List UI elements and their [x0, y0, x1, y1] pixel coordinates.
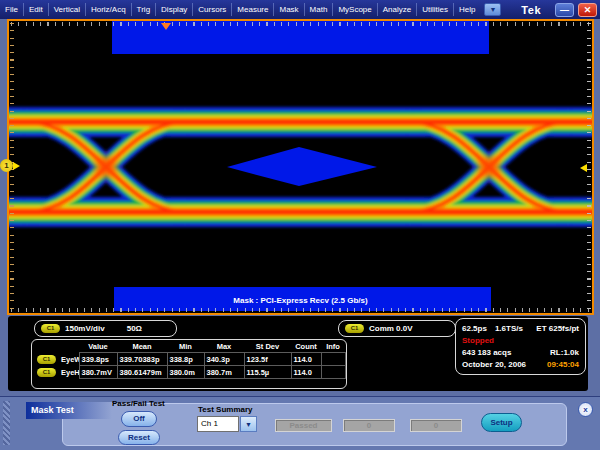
input-impedance: 50Ω: [127, 324, 142, 333]
menu-myscope[interactable]: MyScope: [333, 3, 377, 16]
close-icon: x: [583, 405, 587, 414]
oscilloscope-screen: File Edit Vertical Horiz/Acq Trig Displa…: [0, 0, 600, 450]
max-header: Max: [204, 341, 244, 353]
acquisition-count: 643 183 acqs: [462, 348, 511, 357]
min-header: Min: [167, 341, 204, 353]
menu-analyze[interactable]: Analyze: [378, 3, 417, 16]
measurement-table: Value Mean Min Max St Dev Count Info C1 …: [31, 339, 347, 389]
measurement-stdev: 115.5µ: [244, 366, 291, 379]
measurement-value: 339.8ps: [79, 353, 117, 366]
vertical-readout[interactable]: C1 150mV/div 50Ω: [34, 320, 177, 337]
stdev-header: St Dev: [244, 341, 291, 353]
measurement-name: EyeHgt: [61, 368, 79, 377]
comm-value: Comm 0.0V: [369, 324, 413, 333]
measurement-stdev: 123.5f: [244, 353, 291, 366]
panel-close-button[interactable]: x: [578, 402, 593, 417]
graticule-ticks-right: [587, 23, 591, 311]
chevron-down-icon: ▼: [245, 421, 252, 428]
date-readout: October 20, 2006: [462, 360, 526, 369]
record-length: RL:1.0k: [550, 348, 579, 357]
test-hits-field: 0: [343, 419, 395, 432]
channel-1-marker-arrow: [13, 162, 20, 170]
horizontal-readout: 62.5ps 1.6TS/s ET 625fs/pt Stopped 643 1…: [455, 318, 586, 375]
eye-diagram-plot: [9, 21, 592, 313]
acquisition-status: Stopped: [462, 336, 494, 345]
mask-regions: [112, 21, 491, 311]
waveform-area: Mask : PCI-Express Recv (2.5 Gb/s) 1: [0, 19, 600, 316]
menu-overflow-button[interactable]: ▼: [484, 3, 501, 16]
test-summary-label: Test Summary: [198, 405, 253, 414]
measurement-info: [321, 366, 345, 379]
chevron-down-icon: ▼: [489, 6, 496, 13]
value-header: Value: [79, 341, 117, 353]
menu-bar: File Edit Vertical Horiz/Acq Trig Displa…: [0, 0, 600, 19]
menu-trig[interactable]: Trig: [132, 3, 156, 16]
menu-math[interactable]: Math: [305, 3, 334, 16]
status-area: C1 150mV/div 50Ω C1 Comm 0.0V 62.5ps 1.6…: [0, 316, 600, 396]
graticule-ticks-bottom: [11, 308, 590, 312]
measurement-min: 380.0m: [167, 366, 204, 379]
channel-badge: C1: [37, 368, 56, 377]
measurement-value: 380.7mV: [79, 366, 117, 379]
test-result-field: Passed: [275, 419, 332, 432]
info-header: Info: [321, 341, 345, 353]
menu-edit[interactable]: Edit: [24, 3, 49, 16]
tek-logo: Tek: [521, 4, 541, 16]
setup-button[interactable]: Setup: [481, 413, 522, 432]
trigger-position-marker[interactable]: [161, 23, 171, 30]
vertical-scale: 150mV/div: [65, 324, 105, 333]
table-row: C1 EyeHgt 380.7mV 380.61479m 380.0m 380.…: [35, 366, 345, 379]
measurement-max: 340.3p: [204, 353, 244, 366]
menu-utilities[interactable]: Utilities: [417, 3, 454, 16]
channel-1-marker[interactable]: 1: [0, 159, 13, 172]
minimize-icon: —: [560, 5, 569, 15]
comm-readout[interactable]: C1 Comm 0.0V: [338, 320, 456, 337]
mask-test-panel: Mask Test Pass/Fail Test Off Reset Test …: [0, 396, 600, 450]
measurement-info: [321, 353, 345, 366]
passfail-off-button[interactable]: Off: [121, 411, 157, 427]
channel-select-arrow-button[interactable]: ▼: [240, 416, 257, 432]
menu-file[interactable]: File: [0, 3, 24, 16]
menu-vertical[interactable]: Vertical: [49, 3, 86, 16]
menu-cursors[interactable]: Cursors: [193, 3, 232, 16]
passfail-label: Pass/Fail Test: [112, 399, 165, 408]
table-row: C1 EyeWid 339.8ps 339.70383p 338.8p 340.…: [35, 353, 345, 366]
menu-help[interactable]: Help: [454, 3, 480, 16]
panel-grip[interactable]: [3, 401, 10, 445]
trigger-level-marker[interactable]: [580, 164, 587, 172]
measurement-mean: 380.61479m: [117, 366, 167, 379]
time-readout: 09:45:04: [547, 360, 579, 369]
passfail-reset-button[interactable]: Reset: [118, 430, 160, 445]
measurement-name-header: [35, 341, 79, 353]
menu-mask[interactable]: Mask: [274, 3, 304, 16]
graticule-frame: Mask : PCI-Express Recv (2.5 Gb/s): [7, 19, 594, 315]
acquisition-mode: ET 625fs/pt: [536, 324, 579, 333]
channel-select[interactable]: Ch 1: [197, 416, 239, 432]
measurement-count: 114.0: [291, 353, 321, 366]
measurement-count: 114.0: [291, 366, 321, 379]
measurement-name: EyeWid: [61, 355, 79, 364]
menu-display[interactable]: Display: [156, 3, 193, 16]
mask-center-diamond: [227, 147, 377, 186]
graticule-ticks-top: [11, 22, 590, 26]
measurement-min: 338.8p: [167, 353, 204, 366]
channel-badge: C1: [41, 324, 60, 333]
mask-name-label: Mask : PCI-Express Recv (2.5 Gb/s): [9, 296, 592, 305]
channel-badge: C1: [37, 355, 56, 364]
measurement-max: 380.7m: [204, 366, 244, 379]
panel-title: Mask Test: [26, 402, 112, 419]
channel-badge: C1: [345, 324, 364, 333]
close-icon: ✕: [584, 5, 592, 15]
test-failures-field: 0: [410, 419, 462, 432]
horizontal-scale: 62.5ps: [462, 324, 487, 333]
menu-measure[interactable]: Measure: [232, 3, 274, 16]
measurement-mean: 339.70383p: [117, 353, 167, 366]
close-button[interactable]: ✕: [578, 3, 597, 17]
count-header: Count: [291, 341, 321, 353]
menu-horiz-acq[interactable]: Horiz/Acq: [86, 3, 132, 16]
sample-rate: 1.6TS/s: [495, 324, 523, 333]
mean-header: Mean: [117, 341, 167, 353]
minimize-button[interactable]: —: [555, 3, 574, 17]
